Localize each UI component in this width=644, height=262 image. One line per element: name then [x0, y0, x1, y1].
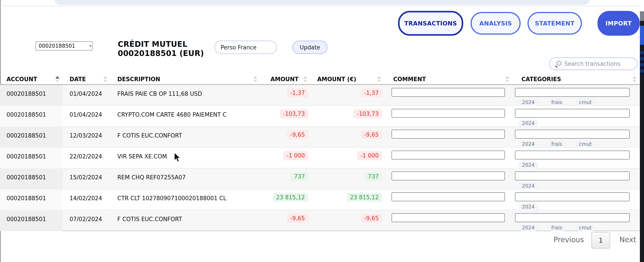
comment-input[interactable]	[392, 151, 505, 160]
column-header-comment[interactable]: COMMENT	[384, 74, 513, 84]
sort-asc-icon[interactable]	[253, 76, 257, 79]
categories-input[interactable]	[515, 192, 630, 201]
categories-cell: 2024fraiscmut	[513, 127, 640, 148]
table-row: 0002018850115/02/2024REM CHQ REF07255A07…	[0, 168, 640, 189]
comment-input[interactable]	[392, 192, 505, 201]
column-header-description[interactable]: DESCRIPTION	[111, 74, 261, 84]
categories-input[interactable]	[515, 88, 630, 97]
categories-input[interactable]	[515, 151, 630, 160]
page-title-line2: 00020188501 (EUR)	[118, 49, 204, 58]
pagination-page-1[interactable]: 1	[592, 232, 610, 248]
categories-input[interactable]	[515, 213, 630, 222]
categories-input[interactable]	[515, 109, 630, 118]
column-header-amount[interactable]: AMOUNT (€)	[311, 74, 384, 84]
category-tag[interactable]: cmut	[576, 99, 595, 106]
category-tag[interactable]: 2024	[518, 224, 538, 231]
amount-cell: 737	[261, 168, 311, 189]
category-tag[interactable]: 2024	[518, 162, 538, 168]
import-button[interactable]: IMPORT	[598, 11, 640, 36]
date-cell: 07/02/2024	[63, 210, 111, 231]
search-box[interactable]	[549, 57, 638, 70]
description-cell: CTR CLT 102780907100020188001 CL	[111, 189, 261, 210]
comment-input[interactable]	[392, 172, 505, 180]
amount-eur-cell: 23 815,12	[311, 189, 384, 210]
tab-analysis[interactable]: ANALYSIS	[470, 12, 520, 35]
sort-desc-icon[interactable]	[632, 80, 636, 82]
tab-transactions[interactable]: TRANSACTIONS	[398, 11, 463, 36]
account-name-field[interactable]	[214, 41, 277, 54]
category-tags: 2024fraiscmut	[518, 99, 640, 106]
categories-cell: 2024	[513, 189, 640, 210]
category-tags: 2024	[518, 120, 640, 127]
table-row: 0002018850101/04/2024FRAIS PAIE CB OP 11…	[0, 85, 640, 106]
amount-eur-cell: -9,65	[311, 210, 384, 231]
categories-cell: 2024	[513, 168, 640, 189]
description-cell: REM CHQ REF07255A07	[111, 168, 261, 189]
sort-asc-icon[interactable]	[506, 76, 509, 79]
category-tag[interactable]: cmut	[576, 224, 595, 231]
sort-desc-icon[interactable]	[104, 80, 107, 82]
sort-asc-icon[interactable]	[56, 76, 59, 79]
amount-pill: 737	[291, 172, 308, 181]
pagination-previous[interactable]: Previous	[554, 235, 584, 244]
column-header-date[interactable]: DATE	[63, 74, 111, 84]
sort-asc-icon[interactable]	[377, 76, 381, 79]
amount-cell: 23 815,12	[261, 189, 311, 210]
column-header-label: AMOUNT	[270, 76, 298, 82]
category-tag[interactable]: 2024	[518, 120, 538, 127]
category-tag[interactable]: 2024	[518, 141, 538, 148]
column-header-label: CATEGORIES	[522, 76, 561, 82]
sort-desc-icon[interactable]	[56, 80, 59, 82]
category-tag[interactable]: frais	[548, 141, 566, 148]
category-tag[interactable]: cmut	[576, 141, 595, 148]
account-cell: 00020188501	[0, 127, 63, 148]
sort-icons	[303, 76, 307, 82]
amount-eur-pill: -1 000	[357, 151, 382, 160]
sort-asc-icon[interactable]	[303, 76, 307, 79]
app-window: TRANSACTIONS ANALYSIS STATEMENT IMPORT 0…	[0, 0, 644, 262]
account-select[interactable]: 00020188501	[36, 41, 92, 51]
comment-input[interactable]	[392, 109, 505, 118]
account-cell: 00020188501	[0, 210, 63, 231]
comment-input[interactable]	[392, 130, 505, 139]
comment-input[interactable]	[392, 88, 505, 97]
sort-desc-icon[interactable]	[303, 80, 307, 82]
category-tag[interactable]: frais	[548, 224, 566, 231]
description-cell: VIR SEPA XE.COM	[111, 148, 261, 168]
sort-desc-icon[interactable]	[377, 80, 381, 82]
category-tag[interactable]: 2024	[518, 99, 538, 106]
sort-desc-icon[interactable]	[506, 80, 509, 82]
date-cell: 12/03/2024	[63, 127, 111, 148]
description-cell: F COTIS EUC.CONFORT	[111, 127, 261, 148]
tab-statement[interactable]: STATEMENT	[528, 12, 582, 35]
strip-gray-segment	[640, 11, 644, 21]
column-header-categories[interactable]: CATEGORIES	[513, 74, 640, 84]
update-button[interactable]: Update	[292, 41, 328, 54]
sort-icons	[253, 76, 257, 82]
category-tag[interactable]: 2024	[518, 182, 538, 189]
date-cell: 01/04/2024	[63, 106, 111, 127]
categories-cell: 2024fraiscmut	[513, 85, 640, 106]
amount-cell: -103,73	[261, 106, 311, 127]
category-tags: 2024fraiscmut	[518, 224, 640, 231]
sort-desc-icon[interactable]	[253, 80, 257, 82]
column-header-amount[interactable]: AMOUNT	[261, 74, 311, 84]
date-cell: 15/02/2024	[63, 168, 111, 189]
comment-cell	[384, 106, 513, 127]
sort-asc-icon[interactable]	[104, 76, 107, 79]
sort-asc-icon[interactable]	[632, 76, 636, 79]
strip-striped-segment	[640, 51, 644, 75]
pagination-next[interactable]: Next	[620, 235, 636, 244]
categories-cell: 2024fraiscmut	[513, 210, 640, 231]
category-tag[interactable]: frais	[548, 99, 566, 106]
categories-input[interactable]	[515, 172, 630, 180]
column-header-account[interactable]: ACCOUNT	[0, 74, 63, 84]
category-tag[interactable]: 2024	[518, 203, 538, 210]
categories-cell: 2024	[513, 148, 640, 168]
column-header-label: DESCRIPTION	[117, 76, 160, 82]
comment-input[interactable]	[392, 213, 505, 222]
categories-input[interactable]	[515, 130, 630, 139]
search-input[interactable]	[564, 61, 635, 67]
background-window-strip	[640, 0, 644, 262]
amount-eur-cell: -103,73	[311, 106, 384, 127]
